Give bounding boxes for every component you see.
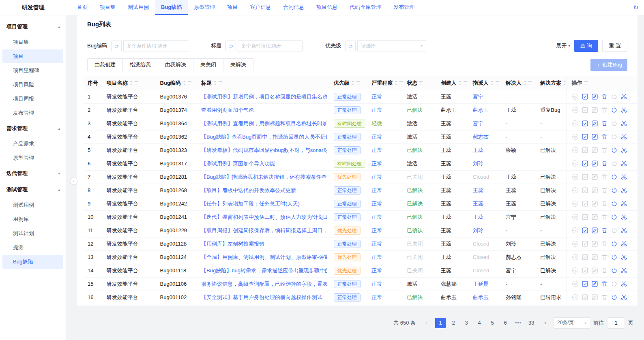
page-button-3[interactable]: 3 bbox=[461, 318, 472, 328]
filter-icon[interactable] bbox=[399, 80, 404, 87]
bug-title-link[interactable]: 【用例库】左侧树搜索报错 bbox=[201, 240, 327, 248]
sidebar-item-项目里程碑[interactable]: 项目里程碑 bbox=[2, 64, 63, 77]
op-scissors-icon[interactable] bbox=[620, 93, 627, 100]
filter-icon[interactable] bbox=[419, 80, 423, 87]
op-scissors-icon[interactable] bbox=[620, 294, 627, 301]
op-scissors-icon[interactable] bbox=[620, 280, 627, 287]
Bug编码-input[interactable] bbox=[123, 40, 188, 51]
assignee-text[interactable]: 曲承玉 bbox=[473, 107, 489, 113]
tab-首页[interactable]: 首页 bbox=[71, 0, 94, 15]
op-scissors-icon[interactable] bbox=[620, 254, 627, 261]
op-power-icon[interactable] bbox=[611, 254, 618, 261]
tab-项目集[interactable]: 项目集 bbox=[94, 0, 122, 15]
pager-ellipsis[interactable]: ••• bbox=[513, 318, 524, 328]
op-scissors-icon[interactable] bbox=[620, 227, 627, 234]
op-power-icon[interactable] bbox=[611, 200, 618, 207]
prev-page-button[interactable]: ‹ bbox=[421, 318, 432, 328]
op-edit-icon[interactable] bbox=[591, 93, 598, 100]
bug-title-link[interactable]: 服务协议信息，高级查询配置，已经选择的字段，置灰不允许再 bbox=[201, 280, 327, 288]
op-scissors-icon[interactable] bbox=[620, 120, 627, 127]
op-confirm-icon[interactable] bbox=[582, 280, 588, 287]
tab-客户信息[interactable]: 客户信息 bbox=[244, 0, 277, 15]
op-scissors-icon[interactable] bbox=[620, 107, 627, 113]
filter-icon[interactable] bbox=[218, 80, 223, 87]
bug-title-link[interactable]: 【研发看板】代码规范率回显的bug数不对，与sonar对不上 bbox=[201, 147, 327, 154]
sidebar-section-需求管理[interactable]: 需求管理▴ bbox=[0, 120, 66, 137]
quick-filter-指派给我[interactable]: 指派给我 bbox=[122, 58, 158, 71]
filter-icon[interactable] bbox=[356, 80, 361, 87]
sidebar-item-产品需求[interactable]: 产品需求 bbox=[2, 137, 63, 151]
op-scissors-icon[interactable] bbox=[620, 240, 627, 247]
sort-icon[interactable] bbox=[458, 80, 462, 87]
page-button-4[interactable]: 4 bbox=[474, 318, 485, 328]
bug-title-link[interactable]: 【Bug缺陷】查看Bug页面中，指派给回显的人员不是最新的数 bbox=[201, 133, 327, 141]
bug-title-link[interactable]: 【安全测试】基于用户身份处理的横向越权操作测试 bbox=[201, 294, 327, 301]
sort-icon[interactable] bbox=[129, 80, 133, 87]
tab-代码仓库管理[interactable]: 代码仓库管理 bbox=[343, 0, 387, 15]
page-button-5[interactable]: 5 bbox=[487, 318, 498, 328]
operator-contains-icon[interactable]: ⊃ bbox=[345, 41, 356, 51]
assignee-text[interactable]: 王蕊 bbox=[473, 201, 483, 207]
quick-filter-未解决[interactable]: 未解决 bbox=[223, 58, 253, 71]
op-power-icon[interactable] bbox=[611, 107, 618, 113]
quick-filter-由我解决[interactable]: 由我解决 bbox=[158, 58, 193, 71]
优先级-select[interactable]: 请选择▾ bbox=[357, 40, 426, 51]
op-scissors-icon[interactable] bbox=[620, 267, 627, 274]
tab-合同信息[interactable]: 合同信息 bbox=[277, 0, 310, 15]
column-settings-icon[interactable] bbox=[584, 80, 588, 87]
sidebar-item-项目周报[interactable]: 项目周报 bbox=[2, 92, 63, 106]
assignee-text[interactable]: 王延晨 bbox=[473, 281, 489, 287]
op-delete-icon[interactable] bbox=[601, 280, 608, 287]
sort-icon[interactable] bbox=[213, 80, 217, 87]
page-button-1[interactable]: 1 bbox=[435, 318, 446, 328]
filter-icon[interactable] bbox=[134, 80, 139, 87]
sidebar-item-测试用例[interactable]: 测试用例 bbox=[2, 198, 63, 212]
page-size-select[interactable]: 20条/页 ▾ bbox=[554, 317, 590, 329]
bug-title-link[interactable]: 【项目周报】创建周报保存后，编辑周报选择上周日，保存成功 bbox=[201, 227, 327, 234]
filter-icon[interactable] bbox=[463, 80, 468, 87]
op-scissors-icon[interactable] bbox=[620, 160, 627, 167]
bug-title-link[interactable]: 【测试用例】查看用例，用例标题和项目名称过长时加气泡展示 bbox=[201, 120, 327, 127]
filter-icon[interactable] bbox=[528, 80, 532, 87]
op-edit-icon[interactable] bbox=[591, 133, 598, 140]
op-power-icon[interactable] bbox=[611, 240, 618, 247]
sidebar-item-原型管理[interactable]: 原型管理 bbox=[2, 151, 63, 165]
filter-icon[interactable] bbox=[187, 80, 192, 87]
sidebar-item-项目风险[interactable]: 项目风险 bbox=[2, 78, 63, 92]
sort-icon[interactable] bbox=[490, 80, 494, 87]
tab-测试用例[interactable]: 测试用例 bbox=[122, 0, 155, 15]
operator-contains-icon[interactable]: ⊃ bbox=[225, 41, 236, 51]
op-power-icon[interactable] bbox=[611, 267, 618, 274]
assignee-text[interactable]: 刘玲 bbox=[473, 160, 483, 167]
operator-contains-icon[interactable]: ⊃ bbox=[111, 41, 122, 51]
sidebar-item-测试计划[interactable]: 测试计划 bbox=[2, 227, 63, 240]
tab-Bug缺陷[interactable]: Bug缺陷 bbox=[155, 0, 188, 15]
refresh-icon[interactable]: ↻ bbox=[633, 4, 638, 11]
sort-icon[interactable] bbox=[394, 80, 398, 87]
op-edit-icon[interactable] bbox=[591, 227, 598, 234]
sort-icon[interactable] bbox=[562, 80, 567, 87]
op-power-icon[interactable] bbox=[611, 173, 618, 180]
assignee-text[interactable]: 宫宁 bbox=[473, 94, 483, 100]
op-delete-icon[interactable] bbox=[601, 93, 608, 100]
op-scissors-icon[interactable] bbox=[620, 147, 627, 154]
op-edit-icon[interactable] bbox=[591, 160, 598, 167]
assignee-text[interactable]: 王蕊 bbox=[473, 147, 483, 153]
op-delete-icon[interactable] bbox=[601, 160, 608, 167]
op-power-icon[interactable] bbox=[611, 294, 618, 301]
create-bug-button[interactable]: ＋创建Bug bbox=[590, 59, 627, 71]
op-scissors-icon[interactable] bbox=[620, 214, 627, 220]
op-scissors-icon[interactable] bbox=[620, 173, 627, 180]
op-scissors-icon[interactable] bbox=[620, 187, 627, 194]
bug-title-link[interactable]: 【测试用例】新增用例，项目名称回显的是项目集名称 bbox=[201, 93, 327, 101]
op-power-icon[interactable] bbox=[611, 214, 618, 220]
reset-button[interactable]: 重 置 bbox=[602, 40, 627, 52]
page-button-33[interactable]: 33 bbox=[526, 318, 537, 328]
标题-input[interactable] bbox=[238, 40, 303, 51]
sort-icon[interactable] bbox=[523, 80, 527, 87]
tab-项目[interactable]: 项目 bbox=[221, 0, 244, 15]
sidebar-section-迭代管理[interactable]: 迭代管理▾ bbox=[0, 165, 66, 182]
bug-title-link[interactable]: 【全局】用例库、测试用例、测试计划、原型评审-评审、项目 bbox=[201, 254, 327, 261]
sidebar-section-项目管理[interactable]: 项目管理▴ bbox=[0, 19, 66, 35]
assignee-text[interactable]: 郝志杰 bbox=[473, 134, 489, 140]
